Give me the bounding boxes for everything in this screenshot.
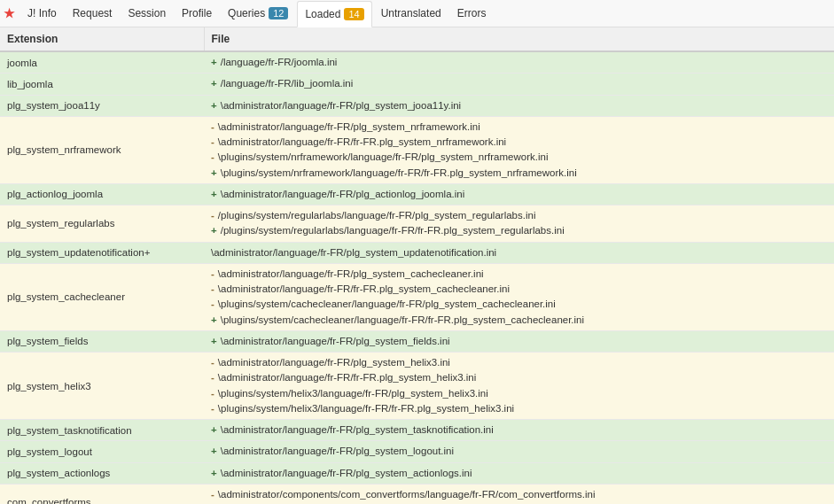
cell-file: +\administrator/language/fr-FR/plg_syste…	[204, 330, 834, 352]
file-line: +\administrator/language/fr-FR/plg_syste…	[211, 334, 827, 349]
cell-extension: joomla	[0, 51, 204, 74]
file-line: -\plugins/system/nrframework/language/fr…	[211, 150, 827, 165]
nav-item-session[interactable]: Session	[121, 0, 173, 27]
minus-icon: -	[211, 357, 214, 368]
plus-icon: +	[211, 78, 217, 89]
file-line: -\administrator/language/fr-FR/plg_syste…	[211, 267, 827, 282]
table-row: plg_system_helix3-\administrator/languag…	[0, 353, 834, 420]
file-line: +\administrator/language/fr-FR/plg_syste…	[211, 444, 827, 459]
minus-icon: -	[211, 283, 214, 294]
minus-icon: -	[211, 136, 214, 147]
file-line: -\administrator/language/fr-FR/plg_syste…	[211, 120, 827, 135]
nav-item-loaded[interactable]: Loaded 14	[297, 1, 371, 27]
plus-icon: +	[211, 189, 217, 199]
file-line: -/plugins/system/regularlabs/language/fr…	[211, 208, 827, 223]
table-row: plg_system_nrframework-\administrator/la…	[0, 116, 834, 183]
cell-file: -\administrator/language/fr-FR/plg_syste…	[204, 263, 834, 330]
table-row: plg_system_regularlabs-/plugins/system/r…	[0, 205, 834, 243]
cell-file: +\administrator/language/fr-FR/plg_syste…	[204, 441, 834, 462]
file-line: -\administrator/language/fr-FR/plg_syste…	[211, 355, 827, 370]
plus-icon: +	[211, 314, 217, 325]
plus-icon: +	[211, 446, 217, 456]
nav-item-profile[interactable]: Profile	[175, 0, 219, 27]
nav-label-request: Request	[73, 7, 113, 19]
plus-icon: +	[211, 336, 217, 346]
cell-extension: plg_system_fields	[0, 330, 204, 352]
nav-label-queries: Queries	[228, 7, 265, 19]
queries-badge: 12	[269, 7, 288, 19]
file-line: +/plugins/system/regularlabs/language/fr…	[211, 223, 827, 238]
cell-file: +\administrator/language/fr-FR/plg_syste…	[204, 95, 834, 116]
minus-icon: -	[211, 372, 214, 383]
table-row: joomla+/language/fr-FR/joomla.ini	[0, 51, 834, 74]
cell-file: +/language/fr-FR/joomla.ini	[204, 51, 834, 74]
nav-label-jinfo: J! Info	[27, 7, 57, 19]
cell-file: +\administrator/language/fr-FR/plg_syste…	[204, 462, 834, 484]
file-line: -\plugins/system/helix3/language/fr-FR/p…	[211, 386, 827, 401]
navbar: ★ J! Info Request Session Profile Querie…	[0, 0, 834, 27]
minus-icon: -	[211, 388, 214, 399]
plus-icon: +	[211, 225, 217, 236]
file-line: +/language/fr-FR/lib_joomla.ini	[211, 76, 827, 91]
cell-extension: plg_system_nrframework	[0, 116, 204, 183]
minus-icon: -	[211, 268, 214, 279]
file-line: +\plugins/system/cachecleaner/language/f…	[211, 313, 827, 328]
cell-extension: plg_system_helix3	[0, 353, 204, 420]
plus-icon: +	[211, 57, 217, 67]
table-row: plg_system_tasknotification+\administrat…	[0, 420, 834, 441]
col-header-file: File	[204, 27, 834, 51]
cell-file: +\administrator/language/fr-FR/plg_actio…	[204, 183, 834, 205]
plus-icon: +	[211, 167, 217, 178]
file-line: -\administrator/components/com_convertfo…	[211, 487, 827, 502]
plus-icon: +	[211, 100, 217, 111]
loaded-table: Extension File joomla+/language/fr-FR/jo…	[0, 27, 834, 504]
table-header-row: Extension File	[0, 27, 834, 51]
plus-icon: +	[211, 468, 217, 478]
nav-item-jinfo[interactable]: J! Info	[20, 0, 64, 27]
table-row: com_convertforms-\administrator/componen…	[0, 484, 834, 504]
nav-item-errors[interactable]: Errors	[450, 0, 494, 27]
file-line: \administrator/language/fr-FR/plg_system…	[211, 245, 827, 260]
file-line: +\plugins/system/nrframework/language/fr…	[211, 166, 827, 181]
file-line: -\plugins/system/helix3/language/fr-FR/f…	[211, 401, 827, 416]
file-line: +/language/fr-FR/joomla.ini	[211, 55, 827, 70]
file-line: +\administrator/language/fr-FR/plg_syste…	[211, 423, 827, 438]
cell-file: -\administrator/components/com_convertfo…	[204, 484, 834, 504]
file-line: -\administrator/language/fr-FR/fr-FR.plg…	[211, 370, 827, 385]
nav-item-untranslated[interactable]: Untranslated	[374, 0, 448, 27]
table-row: plg_actionlog_joomla+\administrator/lang…	[0, 183, 834, 205]
file-line: +\administrator/language/fr-FR/plg_syste…	[211, 98, 827, 113]
file-line: +\administrator/language/fr-FR/plg_syste…	[211, 466, 827, 481]
table-row: plg_system_fields+\administrator/languag…	[0, 330, 834, 352]
col-header-extension: Extension	[0, 27, 204, 51]
cell-file: +\administrator/language/fr-FR/plg_syste…	[204, 420, 834, 441]
cell-extension: plg_system_logout	[0, 441, 204, 462]
nav-item-queries[interactable]: Queries 12	[221, 0, 295, 27]
loaded-badge: 14	[344, 8, 363, 20]
plus-icon: +	[211, 424, 217, 435]
nav-label-profile: Profile	[182, 7, 212, 19]
minus-icon: -	[211, 299, 214, 309]
cell-file: -\administrator/language/fr-FR/plg_syste…	[204, 116, 834, 183]
cell-extension: plg_system_cachecleaner	[0, 263, 204, 330]
nav-label-untranslated: Untranslated	[381, 7, 441, 19]
cell-file: -\administrator/language/fr-FR/plg_syste…	[204, 353, 834, 420]
cell-extension: plg_system_tasknotification	[0, 420, 204, 441]
joomla-icon[interactable]: ★	[4, 6, 15, 20]
file-line: +\administrator/language/fr-FR/plg_actio…	[211, 187, 827, 202]
file-line: -\administrator/language/fr-FR/fr-FR.plg…	[211, 282, 827, 297]
file-line: -\plugins/system/cachecleaner/language/f…	[211, 297, 827, 312]
nav-label-session: Session	[128, 7, 166, 19]
cell-extension: plg_system_actionlogs	[0, 462, 204, 484]
cell-extension: lib_joomla	[0, 74, 204, 95]
table-row: plg_system_updatenotification+\administr…	[0, 242, 834, 263]
cell-extension: plg_system_updatenotification+	[0, 242, 204, 263]
table-container: Extension File joomla+/language/fr-FR/jo…	[0, 27, 834, 504]
table-row: lib_joomla+/language/fr-FR/lib_joomla.in…	[0, 74, 834, 95]
cell-extension: plg_system_jooa11y	[0, 95, 204, 116]
nav-label-errors: Errors	[457, 7, 487, 19]
minus-icon: -	[211, 151, 214, 162]
nav-item-request[interactable]: Request	[66, 0, 120, 27]
minus-icon: -	[211, 210, 214, 221]
cell-file: \administrator/language/fr-FR/plg_system…	[204, 242, 834, 263]
